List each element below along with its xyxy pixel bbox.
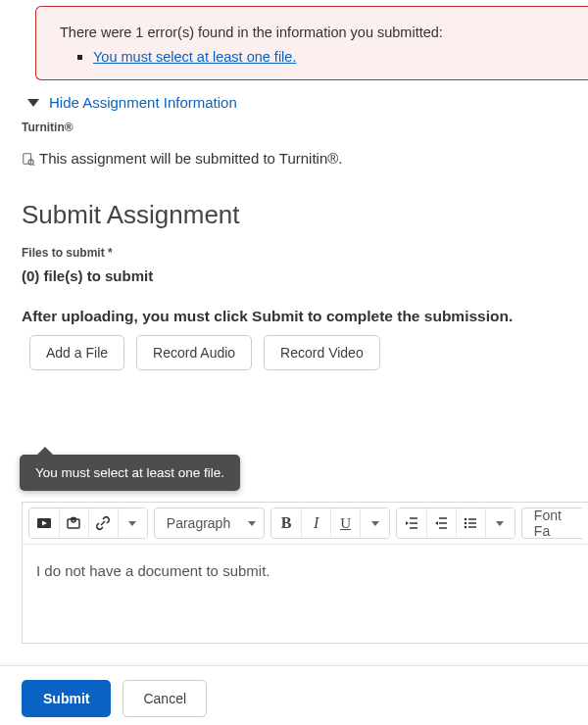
file-count: (0) file(s) to submit: [22, 267, 588, 284]
turnitin-note-text: This assignment will be submitted to Tur…: [39, 150, 343, 167]
error-item: You must select at least one file.: [93, 48, 564, 66]
svg-rect-0: [24, 153, 31, 164]
list-group: [396, 508, 515, 539]
bullet-list-button[interactable]: [456, 508, 485, 538]
turnitin-note: This assignment will be submitted to Tur…: [22, 150, 588, 167]
files-to-submit-label: Files to submit *: [22, 246, 588, 260]
page-title: Submit Assignment: [22, 200, 588, 230]
chevron-down-icon: [371, 521, 379, 526]
font-family-label: Font Fa: [534, 508, 578, 539]
chevron-down-icon: [496, 521, 504, 526]
svg-point-16: [465, 518, 467, 521]
format-more-button[interactable]: [360, 508, 389, 538]
svg-point-17: [465, 522, 467, 525]
record-audio-button[interactable]: Record Audio: [136, 335, 252, 370]
upload-instruction: After uploading, you must click Submit t…: [22, 308, 588, 325]
add-file-button[interactable]: Add a File: [29, 335, 124, 370]
insert-link-button[interactable]: [88, 508, 118, 538]
hide-assignment-info-label: Hide Assignment Information: [49, 94, 237, 111]
svg-marker-15: [435, 521, 438, 525]
submit-button[interactable]: Submit: [22, 680, 111, 717]
originality-icon: [22, 152, 35, 166]
font-family-select[interactable]: Font Fa: [521, 508, 582, 539]
hide-assignment-info-toggle[interactable]: Hide Assignment Information: [27, 94, 588, 111]
insert-video-button[interactable]: [29, 508, 59, 538]
outdent-button[interactable]: [397, 508, 426, 538]
chevron-down-icon: [128, 521, 136, 526]
media-group: [28, 508, 148, 539]
svg-line-2: [32, 164, 34, 166]
error-alert: There were 1 error(s) found in the infor…: [35, 6, 588, 80]
svg-point-18: [465, 526, 467, 529]
chevron-down-icon: [248, 521, 256, 526]
error-link[interactable]: You must select at least one file.: [93, 49, 296, 65]
error-summary: There were 1 error(s) found in the infor…: [60, 24, 564, 40]
cancel-button[interactable]: Cancel: [122, 680, 207, 717]
turnitin-label: Turnitin®: [22, 121, 588, 134]
media-more-button[interactable]: [118, 508, 147, 538]
svg-marker-11: [406, 521, 409, 525]
editor-toolbar: Paragraph B I U: [23, 503, 588, 545]
rich-text-editor: Paragraph B I U: [22, 502, 588, 644]
svg-rect-5: [68, 519, 79, 528]
footer-actions: Submit Cancel: [0, 665, 588, 725]
bold-button[interactable]: B: [271, 508, 301, 538]
insert-image-button[interactable]: [59, 508, 88, 538]
paragraph-style-label: Paragraph: [167, 515, 230, 531]
caret-down-icon: [27, 99, 39, 107]
indent-button[interactable]: [426, 508, 456, 538]
format-group: B I U: [270, 508, 390, 539]
underline-button[interactable]: U: [330, 508, 360, 538]
editor-body[interactable]: I do not have a document to submit.: [23, 545, 588, 643]
upload-button-row: Add a File Record Audio Record Video: [29, 335, 588, 370]
paragraph-style-select[interactable]: Paragraph: [154, 508, 265, 539]
validation-tooltip: You must select at least one file.: [20, 455, 240, 491]
italic-button[interactable]: I: [301, 508, 330, 538]
record-video-button[interactable]: Record Video: [264, 335, 380, 370]
list-more-button[interactable]: [485, 508, 514, 538]
